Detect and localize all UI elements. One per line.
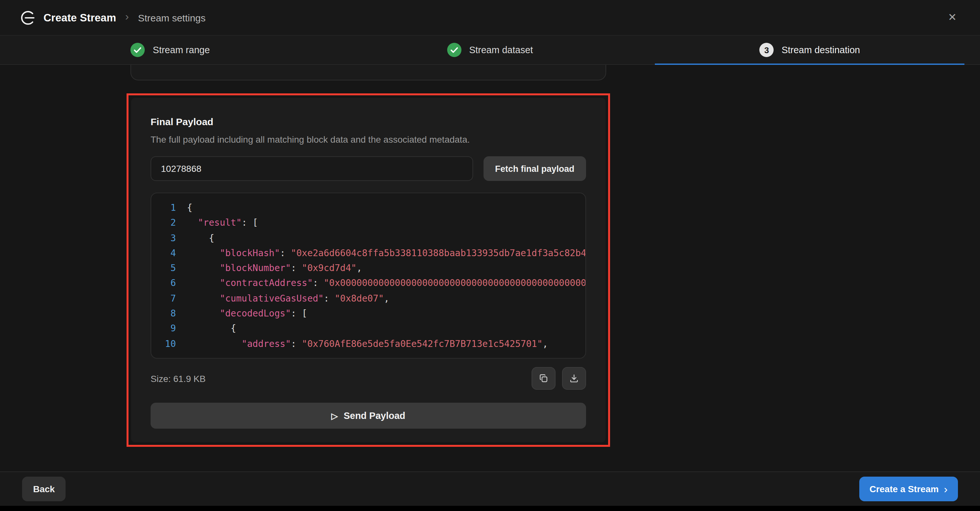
copy-icon <box>539 373 549 383</box>
close-icon: ✕ <box>948 12 957 23</box>
check-circle-icon <box>131 43 145 57</box>
download-button[interactable] <box>562 367 586 390</box>
section-description: The full payload including all matching … <box>151 134 586 144</box>
download-icon <box>569 373 579 383</box>
step-label: Stream range <box>153 45 210 55</box>
breadcrumb-chevron-icon: › <box>125 10 129 23</box>
create-stream-window: Create Stream › Stream settings ✕ Stream… <box>0 0 980 506</box>
step-stream-destination[interactable]: 3 Stream destination <box>650 36 970 64</box>
previous-section-card <box>130 65 606 80</box>
breadcrumb-current: Stream settings <box>138 12 205 23</box>
main-content: Final Payload The full payload including… <box>0 65 980 490</box>
play-icon: ▷ <box>331 411 338 421</box>
final-payload-section: Final Payload The full payload including… <box>131 98 606 442</box>
send-payload-button[interactable]: ▷ Send Payload <box>151 403 586 428</box>
step-stream-dataset[interactable]: Stream dataset <box>330 36 650 64</box>
stage: Create Stream › Stream settings ✕ Stream… <box>0 0 980 511</box>
payload-code-viewer[interactable]: 1{2 "result": [3 {4 "blockHash": "0xe2a6… <box>151 193 586 359</box>
step-number-badge: 3 <box>759 43 774 57</box>
create-stream-label: Create a Stream <box>869 484 939 494</box>
create-stream-button[interactable]: Create a Stream › <box>859 477 958 501</box>
copy-button[interactable] <box>531 367 555 390</box>
stepper: Stream range Stream dataset 3 Stream des… <box>0 36 980 65</box>
topbar: Create Stream › Stream settings ✕ <box>0 0 980 36</box>
close-button[interactable]: ✕ <box>944 8 961 27</box>
step-label: Stream destination <box>781 45 860 55</box>
fetch-final-payload-button[interactable]: Fetch final payload <box>483 156 586 181</box>
footer: Back Create a Stream › <box>0 471 980 506</box>
page-title: Create Stream <box>43 11 116 24</box>
step-stream-range[interactable]: Stream range <box>10 36 330 64</box>
size-row: Size: 61.9 KB <box>151 367 586 390</box>
back-button[interactable]: Back <box>22 477 66 501</box>
block-number-input[interactable] <box>151 156 473 181</box>
code-lines: 1{2 "result": [3 {4 "blockHash": "0xe2a6… <box>160 200 585 351</box>
section-title: Final Payload <box>151 116 586 127</box>
send-payload-label: Send Payload <box>344 411 405 421</box>
step-label: Stream dataset <box>469 45 533 55</box>
check-circle-icon <box>447 43 461 57</box>
chevron-right-icon: › <box>944 484 948 495</box>
payload-size-label: Size: 61.9 KB <box>151 373 206 384</box>
app-logo-icon <box>19 10 36 25</box>
highlight-outline: Final Payload The full payload including… <box>127 94 610 447</box>
fetch-row: Fetch final payload <box>151 156 586 181</box>
